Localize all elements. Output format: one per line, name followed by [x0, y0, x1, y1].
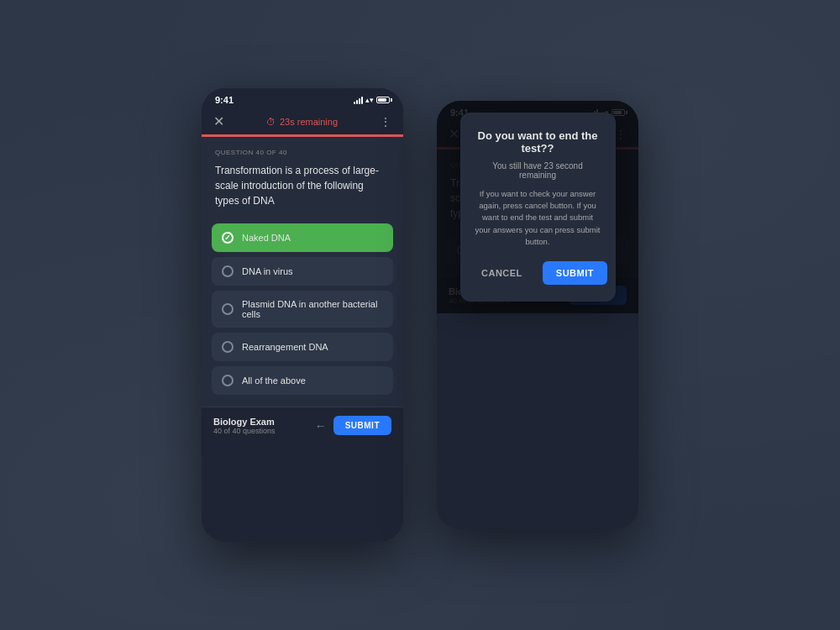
modal-body: If you want to check your answer again, …	[474, 188, 602, 248]
option-c-left[interactable]: Plasmid DNA in another bacterial cells	[212, 291, 393, 328]
option-text-e-left: All of the above	[242, 375, 306, 386]
question-text-left: Transformation is a process of large-sca…	[215, 163, 390, 208]
exam-count-left: 40 of 40 questions	[213, 427, 276, 435]
cancel-button[interactable]: CANCEL	[468, 261, 536, 285]
radio-d-left	[222, 341, 234, 353]
status-icons-left: ▴▾	[354, 96, 390, 104]
option-b-left[interactable]: DNA in virus	[212, 257, 393, 286]
question-label-left: QUESTION 40 OF 40	[215, 149, 390, 156]
modal-dialog: Do you want to end the test?? You still …	[460, 113, 616, 302]
option-e-left[interactable]: All of the above	[212, 366, 393, 395]
signal-icon	[354, 97, 363, 104]
radio-e-left	[222, 375, 234, 386]
back-button-left[interactable]: ←	[315, 419, 327, 433]
option-text-d-left: Rearrangement DNA	[242, 342, 328, 352]
radio-b-left	[222, 265, 234, 277]
options-area-left: Naked DNA DNA in virus Plasmid DNA in an…	[202, 217, 403, 407]
left-phone: 9:41 ▴▾ ✕ ⏱ 23s remaining ⋮ QUESTION 40 …	[202, 88, 403, 542]
modal-actions: CANCEL SUBMIT	[474, 261, 602, 285]
timer-text-left: 23s remaining	[280, 117, 338, 127]
exam-info-left: Biology Exam 40 of 40 questions	[213, 417, 276, 435]
modal-overlay: Do you want to end the test?? You still …	[437, 101, 638, 313]
timer-icon-left: ⏱	[266, 117, 276, 127]
modal-subtitle: You still have 23 second remaining	[474, 161, 602, 180]
option-d-left[interactable]: Rearrangement DNA	[212, 333, 393, 361]
modal-submit-button[interactable]: SUBMIT	[543, 261, 607, 285]
bottom-bar-left: Biology Exam 40 of 40 questions ← SUBMIT	[202, 407, 403, 444]
battery-icon	[376, 97, 390, 103]
submit-button-left[interactable]: SUBMIT	[333, 416, 391, 435]
question-area-left: QUESTION 40 OF 40 Transformation is a pr…	[202, 137, 403, 217]
right-phone-inner: 9:41 ▴▾ ✕ ⏱ 23s remaining	[437, 101, 638, 313]
option-text-c-left: Plasmid DNA in another bacterial cells	[242, 299, 383, 319]
timer-section-left: ⏱ 23s remaining	[266, 117, 338, 127]
modal-title: Do you want to end the test??	[474, 129, 602, 155]
nav-buttons-left: ← SUBMIT	[315, 416, 391, 435]
close-button-left[interactable]: ✕	[213, 113, 224, 129]
time-left: 9:41	[215, 95, 234, 105]
option-text-b-left: DNA in virus	[242, 266, 293, 276]
status-bar-left: 9:41 ▴▾	[202, 88, 403, 108]
radio-c-left	[222, 303, 234, 315]
exam-title-left: Biology Exam	[213, 417, 276, 427]
option-a-left[interactable]: Naked DNA	[212, 223, 393, 252]
top-bar-left: ✕ ⏱ 23s remaining ⋮	[202, 108, 403, 134]
wifi-icon: ▴▾	[365, 96, 374, 104]
option-text-a-left: Naked DNA	[242, 233, 291, 243]
radio-a-left	[222, 232, 234, 244]
more-button-left[interactable]: ⋮	[380, 115, 391, 129]
right-phone: 9:41 ▴▾ ✕ ⏱ 23s remaining	[437, 101, 638, 529]
